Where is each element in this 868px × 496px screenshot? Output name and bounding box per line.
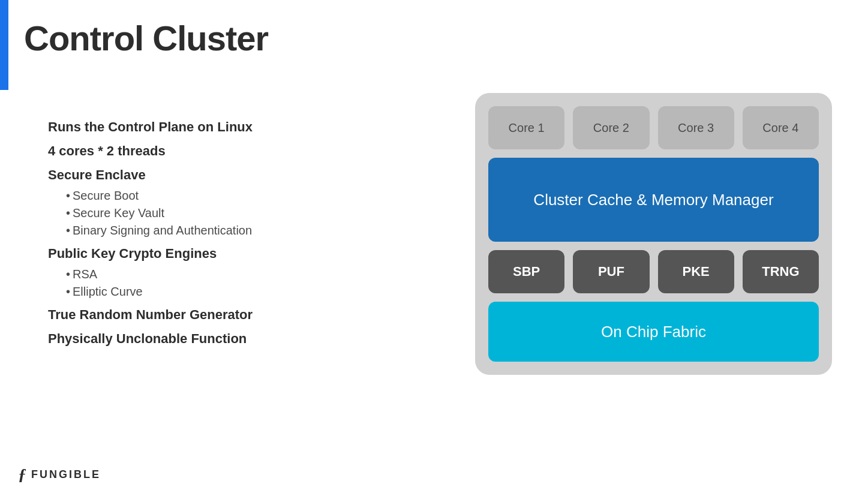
main-bullet: Runs the Control Plane on Linux	[48, 119, 408, 135]
cores-row: Core 1Core 2Core 3Core 4	[488, 106, 819, 149]
page-title: Control Cluster	[24, 18, 268, 58]
diagram: Core 1Core 2Core 3Core 4 Cluster Cache &…	[475, 93, 832, 375]
cache-box: Cluster Cache & Memory Manager	[488, 158, 819, 242]
main-bullet: Secure Enclave	[48, 167, 408, 183]
engine-box: PKE	[658, 250, 734, 293]
sub-bullet: Secure Key Vault	[66, 206, 408, 220]
engine-box: TRNG	[743, 250, 819, 293]
core-box: Core 4	[743, 106, 819, 149]
sub-bullet: Binary Signing and Authentication	[66, 224, 408, 238]
engine-box: PUF	[573, 250, 649, 293]
sub-bullet: Elliptic Curve	[66, 285, 408, 299]
sub-bullet: Secure Boot	[66, 189, 408, 203]
main-bullet: 4 cores * 2 threads	[48, 143, 408, 159]
main-bullet: Physically Unclonable Function	[48, 331, 408, 347]
logo-icon: ƒ	[18, 465, 26, 484]
engines-row: SBPPUFPKETRNG	[488, 250, 819, 293]
main-bullet: True Random Number Generator	[48, 307, 408, 323]
core-box: Core 1	[488, 106, 564, 149]
main-bullet: Public Key Crypto Engines	[48, 246, 408, 261]
footer-logo: ƒ FUNGIBLE	[18, 465, 101, 484]
logo-text: FUNGIBLE	[31, 468, 101, 481]
accent-bar	[0, 0, 8, 90]
content-left: Runs the Control Plane on Linux4 cores *…	[48, 111, 408, 353]
core-box: Core 2	[573, 106, 649, 149]
sub-bullet: RSA	[66, 267, 408, 281]
core-box: Core 3	[658, 106, 734, 149]
engine-box: SBP	[488, 250, 564, 293]
fabric-box: On Chip Fabric	[488, 302, 819, 362]
